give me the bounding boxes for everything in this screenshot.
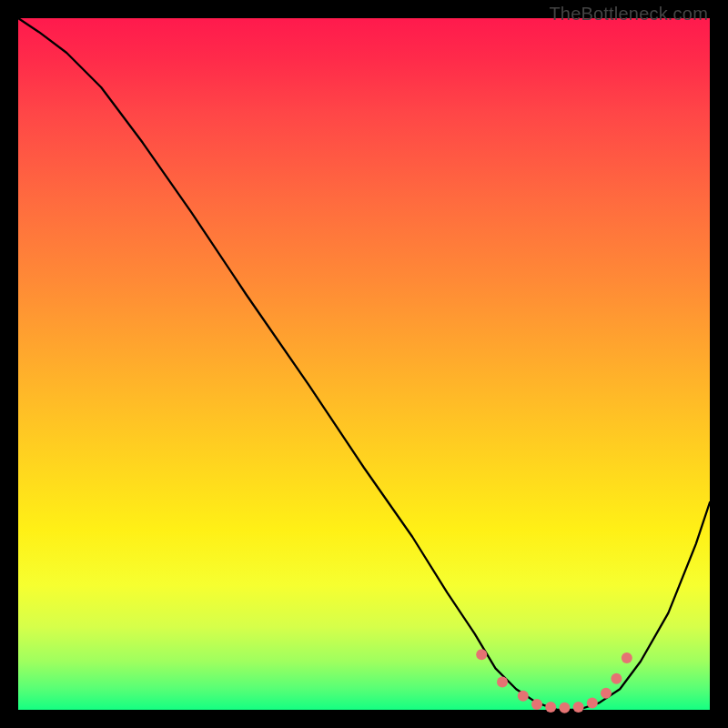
optimal-dot bbox=[545, 702, 556, 713]
chart-frame: TheBottleneck.com bbox=[0, 0, 728, 728]
optimal-dot bbox=[587, 697, 598, 708]
plot-area bbox=[18, 18, 710, 710]
optimal-dot bbox=[622, 652, 632, 663]
watermark-text: TheBottleneck.com bbox=[549, 4, 708, 25]
optimal-dot bbox=[573, 702, 584, 713]
optimal-dot bbox=[518, 691, 529, 702]
optimal-dot bbox=[559, 703, 570, 713]
optimal-dot bbox=[611, 673, 622, 684]
optimal-dot bbox=[497, 677, 508, 688]
curve-layer bbox=[18, 18, 710, 710]
optimal-dot bbox=[601, 688, 612, 699]
bottleneck-curve bbox=[18, 18, 710, 710]
optimal-dot bbox=[531, 699, 542, 710]
optimal-dot bbox=[476, 649, 487, 660]
optimal-range-dots bbox=[476, 649, 632, 713]
